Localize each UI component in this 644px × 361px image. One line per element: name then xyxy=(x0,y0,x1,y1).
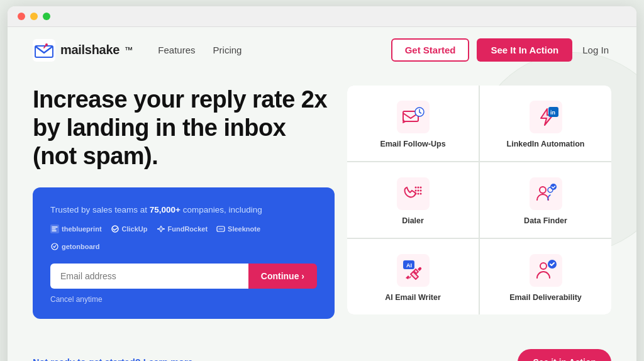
feature-card-deliverability[interactable]: Email Deliverability xyxy=(480,239,611,314)
feature-label-email-followups: Email Follow-Ups xyxy=(380,140,445,148)
svg-point-19 xyxy=(414,193,416,195)
svg-point-21 xyxy=(419,193,421,195)
company-logo-clickup: ClickUp xyxy=(111,225,148,233)
headline: Increase your reply rate 2x by landing i… xyxy=(33,86,335,170)
svg-rect-0 xyxy=(33,39,55,62)
company-logo-theblueprint: theblueprint xyxy=(50,225,102,233)
signup-box: Trusted by sales teams at 75,000+ compan… xyxy=(33,187,335,319)
svg-rect-29 xyxy=(530,254,562,287)
bottom-bar: Not ready to get started? Learn more See… xyxy=(8,338,636,361)
feature-card-ai-email[interactable]: AI AI Email Writer xyxy=(347,239,479,314)
company-label: getonboard xyxy=(62,243,100,250)
email-followup-icon xyxy=(397,101,430,133)
svg-point-18 xyxy=(419,190,421,192)
feature-card-dialer[interactable]: Dialer xyxy=(347,162,479,238)
main-area: Increase your reply rate 2x by landing i… xyxy=(8,73,636,338)
left-column: Increase your reply rate 2x by landing i… xyxy=(33,86,335,319)
trusted-prefix: Trusted by sales teams at xyxy=(50,205,150,214)
nav-link-features[interactable]: Features xyxy=(158,45,195,55)
company-label: FundRocket xyxy=(168,225,208,233)
continue-button[interactable]: Continue › xyxy=(248,264,317,289)
login-button[interactable]: Log In xyxy=(580,40,611,60)
page-content: mailshake™ Features Pricing Get Started … xyxy=(8,27,636,361)
theblueprint-icon xyxy=(50,225,59,233)
svg-text:AI: AI xyxy=(406,262,412,269)
learn-more-link[interactable]: Not ready to get started? Learn more xyxy=(33,357,193,361)
linkedin-icon: in xyxy=(530,101,562,133)
navigation: mailshake™ Features Pricing Get Started … xyxy=(8,27,636,73)
company-label: theblueprint xyxy=(62,225,102,233)
company-label: ClickUp xyxy=(122,225,148,233)
browser-window: mailshake™ Features Pricing Get Started … xyxy=(8,6,636,361)
dialer-icon xyxy=(397,177,430,210)
clickup-icon xyxy=(111,225,119,233)
company-label: Sleeknote xyxy=(228,225,260,233)
company-logos: theblueprint ClickUp FundRocket Sle xyxy=(50,225,317,251)
logo-icon xyxy=(33,39,55,62)
feature-card-data-finder[interactable]: Data Finder xyxy=(480,162,611,238)
feature-label-dialer: Dialer xyxy=(402,216,424,225)
see-action-bottom-button[interactable]: See it in Action xyxy=(518,349,611,361)
trusted-highlight: 75,000+ xyxy=(150,205,180,214)
svg-point-13 xyxy=(414,187,416,189)
svg-point-15 xyxy=(419,187,421,189)
see-it-in-action-button[interactable]: See It In Action xyxy=(477,38,572,62)
deliverability-icon xyxy=(530,254,562,287)
feature-label-linkedin: LinkedIn Automation xyxy=(507,140,585,148)
trusted-text: Trusted by sales teams at 75,000+ compan… xyxy=(50,205,317,214)
feature-label-ai-email: AI Email Writer xyxy=(385,293,441,302)
svg-point-20 xyxy=(417,193,419,195)
feature-card-email-followups[interactable]: Email Follow-Ups xyxy=(347,86,479,161)
nav-link-pricing[interactable]: Pricing xyxy=(213,45,242,55)
data-finder-icon xyxy=(530,177,562,210)
company-logo-fundrocket: FundRocket xyxy=(157,225,208,233)
svg-point-14 xyxy=(417,187,419,189)
svg-point-17 xyxy=(417,190,419,192)
svg-point-1 xyxy=(45,43,48,46)
feature-label-deliverability: Email Deliverability xyxy=(509,293,582,302)
ai-email-icon: AI xyxy=(397,254,430,287)
traffic-light-green[interactable] xyxy=(43,13,50,20)
company-logo-getonboard: getonboard xyxy=(50,242,100,251)
feature-grid: Email Follow-Ups in Linke xyxy=(347,86,611,314)
get-started-button[interactable]: Get Started xyxy=(391,38,470,62)
nav-links: Features Pricing xyxy=(158,45,391,55)
nav-actions: Get Started See It In Action Log In xyxy=(391,38,611,62)
fundrocket-icon xyxy=(157,225,165,233)
company-logo-sleeknote: Sleeknote xyxy=(216,225,260,233)
traffic-light-red[interactable] xyxy=(18,13,25,20)
traffic-light-yellow[interactable] xyxy=(30,13,38,20)
sleeknote-icon xyxy=(216,225,225,233)
logo-trademark: ™ xyxy=(125,45,133,55)
svg-point-25 xyxy=(550,184,557,190)
svg-point-16 xyxy=(414,190,416,192)
email-row: Continue › xyxy=(50,264,317,289)
feature-label-data-finder: Data Finder xyxy=(524,216,567,225)
browser-bar xyxy=(8,6,636,27)
svg-rect-22 xyxy=(530,177,562,210)
svg-text:in: in xyxy=(550,109,555,116)
svg-rect-26 xyxy=(397,254,430,287)
getonboard-icon xyxy=(50,242,59,251)
trusted-suffix: companies, including xyxy=(180,205,262,214)
svg-rect-12 xyxy=(397,177,430,210)
email-input[interactable] xyxy=(50,264,248,289)
cancel-text: Cancel anytime xyxy=(50,295,317,304)
logo[interactable]: mailshake™ xyxy=(33,39,133,62)
feature-card-linkedin[interactable]: in LinkedIn Automation xyxy=(480,86,611,161)
logo-text: mailshake xyxy=(60,43,119,57)
